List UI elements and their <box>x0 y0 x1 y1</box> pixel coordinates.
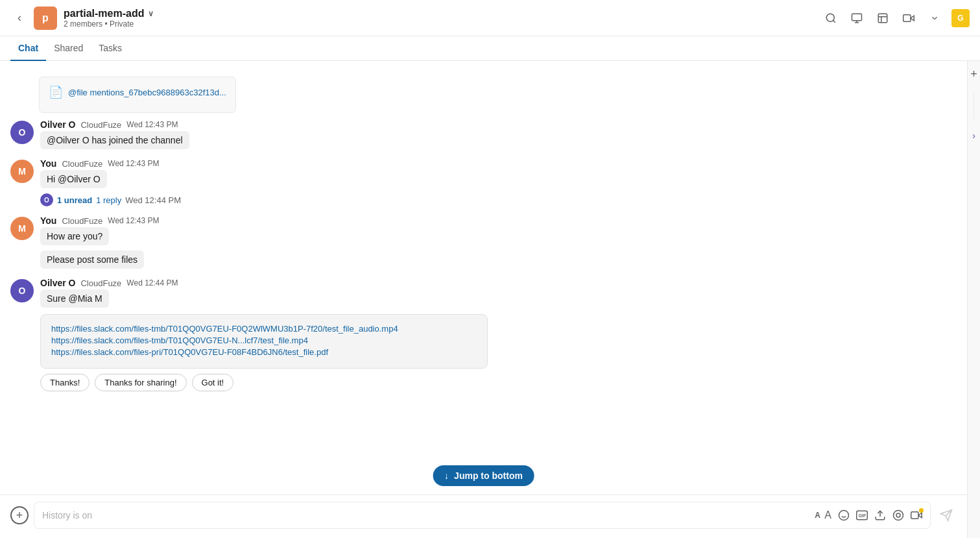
svg-rect-20 <box>911 512 918 519</box>
search-icon[interactable] <box>822 9 840 27</box>
message-group-oilver-join: O Oilver O CloudFuze Wed 12:43 PM @Oilve… <box>0 117 967 154</box>
header-actions: G <box>822 9 970 27</box>
msg-meta-you: You CloudFuze Wed 12:43 PM <box>40 158 957 169</box>
msg-author: Oilver O <box>40 119 75 130</box>
message-group-you-hi: M You CloudFuze Wed 12:43 PM Hi @Oilver … <box>0 156 967 212</box>
channel-avatar: p <box>34 6 57 30</box>
tab-shared[interactable]: Shared <box>46 36 91 61</box>
arrow-down-icon: ↓ <box>444 471 449 481</box>
reply-time: Wed 12:44 PM <box>125 195 181 205</box>
video-icon[interactable] <box>900 9 918 27</box>
tabs-bar: Chat Shared Tasks <box>0 36 980 61</box>
svg-marker-19 <box>918 513 922 518</box>
quick-reply-thanks[interactable]: Thanks! <box>40 374 90 391</box>
msg-author-you-2: You <box>40 215 56 226</box>
sure-message-bubble: Sure @Mia M <box>40 289 109 308</box>
timer-icon[interactable] <box>874 9 892 27</box>
msg-source-oilver-sure: CloudFuze <box>80 278 121 288</box>
jump-to-bottom-button[interactable]: ↓ Jump to bottom <box>433 465 534 486</box>
svg-text:A: A <box>815 511 821 520</box>
how-are-you-bubble: How are you? <box>40 227 957 248</box>
msg-meta-you-2: You CloudFuze Wed 12:43 PM <box>40 215 957 226</box>
upload-icon[interactable] <box>874 509 886 521</box>
msg-source-cloudfuze: CloudFuze <box>62 159 102 169</box>
msg-source: CloudFuze <box>80 120 121 130</box>
link-audio-mp4[interactable]: https://files.slack.com/files-tmb/T01QQ0… <box>51 324 477 334</box>
please-post-bubble: Please post some files <box>40 251 957 271</box>
messages-list: 📄 @file mentions_67bebc9688963c32f13d...… <box>0 61 967 495</box>
hi-message-bubble: Hi @Oilver O <box>40 170 107 188</box>
avatar-you-2: M <box>10 217 34 240</box>
gif-icon[interactable]: GIF <box>856 510 868 520</box>
file-mention-message: 📄 @file mentions_67bebc9688963c32f13d... <box>0 71 967 116</box>
tab-tasks[interactable]: Tasks <box>91 36 130 61</box>
message-group-oilver-sure: O Oilver O CloudFuze Wed 12:44 PM Sure @… <box>0 275 967 394</box>
link-pdf[interactable]: https://files.slack.com/files-pri/T01QQ0… <box>51 347 477 357</box>
jump-to-bottom-label: Jump to bottom <box>454 471 523 481</box>
message-input-box[interactable]: History is on A A GIF <box>34 502 931 529</box>
svg-marker-8 <box>911 16 914 21</box>
main-content: 📄 @file mentions_67bebc9688963c32f13d...… <box>0 61 980 538</box>
svg-rect-5 <box>878 14 887 23</box>
svg-rect-2 <box>852 14 862 21</box>
msg-time-oilver-sure: Wed 12:44 PM <box>126 278 178 287</box>
sidebar-plus-icon[interactable]: + <box>970 67 977 81</box>
quick-replies: Thanks! Thanks for sharing! Got it! <box>40 374 957 391</box>
emoji-icon[interactable] <box>838 509 850 521</box>
msg-time: Wed 12:43 PM <box>126 120 178 129</box>
document-icon: 📄 <box>49 85 63 99</box>
avatar-oilver-2: O <box>10 279 34 302</box>
chevron-down-icon[interactable]: ∨ <box>148 9 154 18</box>
send-button[interactable] <box>936 505 957 526</box>
right-sidebar: + › <box>967 61 980 538</box>
msg-content-oilver-join: Oilver O CloudFuze Wed 12:43 PM @Oilver … <box>40 119 957 152</box>
format-text-icon[interactable]: A A <box>814 509 831 521</box>
message-group-you-howareyou: M You CloudFuze Wed 12:43 PM How are you… <box>0 213 967 274</box>
file-card: 📄 @file mentions_67bebc9688963c32f13d... <box>39 77 236 113</box>
channel-meta: 2 members • Private <box>64 19 822 29</box>
avatar-oilver: O <box>10 121 34 144</box>
svg-point-11 <box>839 511 849 520</box>
msg-source-you-2: CloudFuze <box>62 216 102 226</box>
monitor-icon[interactable] <box>848 9 866 27</box>
chevron-down-icon[interactable] <box>926 9 944 27</box>
quick-reply-thanks-sharing[interactable]: Thanks for sharing! <box>95 374 186 391</box>
msg-content-you-hi: You CloudFuze Wed 12:43 PM Hi @Oilver O … <box>40 158 957 209</box>
msg-content-oilver-sure: Oilver O CloudFuze Wed 12:44 PM Sure @Mi… <box>40 278 957 391</box>
msg-author-you: You <box>40 158 56 169</box>
reply-avatar: O <box>40 193 53 206</box>
svg-line-1 <box>833 20 835 22</box>
svg-point-0 <box>826 14 834 21</box>
quick-reply-got-it[interactable]: Got it! <box>192 374 234 391</box>
reply-thread[interactable]: O 1 unread 1 reply Wed 12:44 PM <box>40 193 957 206</box>
svg-point-18 <box>896 513 900 517</box>
unread-count: 1 unread <box>57 195 92 205</box>
sidebar-expand-icon[interactable]: › <box>972 130 975 141</box>
svg-point-17 <box>894 511 903 520</box>
file-mention-text[interactable]: @file mentions_67bebc9688963c32f13d... <box>68 88 226 97</box>
channel-name-text[interactable]: partial-mem-add <box>64 8 144 19</box>
app-icon[interactable]: G <box>951 9 970 27</box>
msg-time-wed: Wed 12:43 PM <box>108 159 159 168</box>
msg-meta: Oilver O CloudFuze Wed 12:43 PM <box>40 119 957 130</box>
members-count: 2 members <box>64 19 102 29</box>
back-button[interactable]: ‹ <box>10 9 29 27</box>
channel-name-row: partial-mem-add ∨ <box>64 8 822 19</box>
huddle-icon[interactable] <box>892 509 904 521</box>
svg-rect-9 <box>903 14 911 21</box>
shared-links-box: https://files.slack.com/files-tmb/T01QQ0… <box>40 314 488 369</box>
file-icon-row: 📄 @file mentions_67bebc9688963c32f13d... <box>49 85 226 99</box>
join-message-bubble: @Oilver O has joined the channel <box>40 131 189 149</box>
tab-chat[interactable]: Chat <box>10 36 46 61</box>
link-mp4[interactable]: https://files.slack.com/files-tmb/T01QQ0… <box>51 336 477 345</box>
msg-author-oilver-sure: Oilver O <box>40 278 75 288</box>
input-placeholder: History is on <box>42 510 92 520</box>
header: ‹ p partial-mem-add ∨ 2 members • Privat… <box>0 0 980 36</box>
avatar-you: M <box>10 160 34 183</box>
msg-content-you-howareyou: You CloudFuze Wed 12:43 PM How are you? … <box>40 215 957 271</box>
add-attachment-button[interactable]: + <box>10 506 29 524</box>
msg-time-you-2: Wed 12:43 PM <box>108 216 159 225</box>
video-record-icon[interactable] <box>911 509 922 521</box>
msg-meta-oilver-sure: Oilver O CloudFuze Wed 12:44 PM <box>40 278 957 288</box>
input-area: + History is on A A GIF <box>0 495 967 538</box>
